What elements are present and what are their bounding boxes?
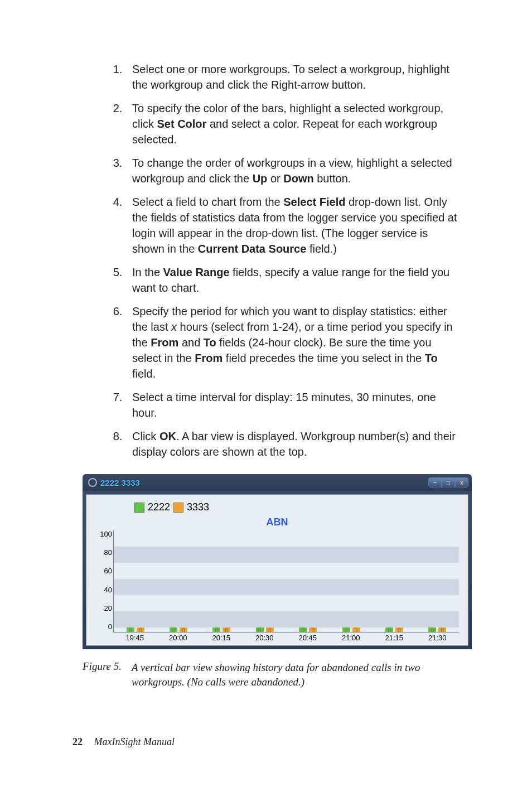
chart-title: ABN	[91, 516, 463, 528]
app-icon	[88, 478, 97, 487]
bar-a: 0	[212, 627, 220, 632]
xtick: 19:45	[113, 634, 157, 642]
bars-row: 00 00 00 00 00 00 00 00	[114, 625, 459, 632]
bar-b: 0	[438, 627, 446, 632]
legend: 2222 3333	[134, 501, 463, 513]
figure-caption: Figure 5. A vertical bar view showing hi…	[83, 660, 460, 689]
minimize-button[interactable]: –	[428, 477, 442, 487]
xtick: 21:30	[416, 634, 460, 642]
close-button[interactable]: x	[455, 477, 468, 487]
page-number: 22	[72, 736, 83, 747]
window-title: 2222 3333	[100, 478, 140, 487]
xtick: 20:30	[243, 634, 287, 642]
bar-b: 0	[352, 627, 360, 632]
figure-text: A vertical bar view showing history data…	[132, 660, 444, 689]
x-axis-ticks: 19:45 20:00 20:15 20:30 20:45 21:00 21:1…	[113, 634, 459, 642]
page-footer: 22 MaxInSight Manual	[72, 736, 175, 748]
step-item: Select one or more workgroups. To select…	[125, 61, 460, 93]
bar-a: 0	[127, 627, 134, 632]
bar-a: 0	[428, 627, 436, 632]
xtick: 21:15	[373, 634, 416, 642]
xtick: 20:00	[157, 634, 200, 642]
bar-a: 0	[385, 627, 393, 632]
step-item: In the Value Range fields, specify a val…	[125, 264, 460, 296]
bar-a: 0	[299, 627, 307, 632]
bar-a: 0	[256, 627, 264, 632]
titlebar[interactable]: 2222 3333 – □ x	[83, 474, 472, 491]
xtick: 20:15	[200, 634, 243, 642]
ytick: 20	[104, 605, 112, 612]
step-item: Click OK. A bar view is displayed. Workg…	[125, 428, 460, 460]
step-item: To change the order of workgroups in a v…	[125, 155, 460, 186]
screenshot-window: 2222 3333 – □ x 2222 3333 ABN 100	[83, 474, 472, 649]
bar-b: 0	[223, 627, 230, 632]
y-axis-ticks: 100 80 60 40 20 0	[93, 530, 112, 631]
chart-panel: 2222 3333 ABN 100 80 60 40 20 0	[86, 494, 468, 646]
plot-area: 00 00 00 00 00 00 00 00	[113, 530, 459, 633]
bar-a: 0	[170, 627, 177, 632]
document-title: MaxInSight Manual	[94, 736, 175, 747]
xtick: 20:45	[286, 634, 330, 642]
bar-a: 0	[342, 627, 350, 632]
step-item: To specify the color of the bars, highli…	[125, 100, 460, 147]
xtick: 21:00	[330, 634, 373, 642]
ytick: 80	[104, 549, 112, 557]
ytick: 0	[108, 623, 112, 631]
maximize-button[interactable]: □	[442, 477, 455, 487]
bar-b: 0	[309, 627, 317, 632]
bar-b: 0	[395, 627, 403, 632]
instruction-list: Select one or more workgroups. To select…	[72, 61, 460, 460]
legend-label-a: 2222	[148, 501, 170, 513]
ytick: 100	[100, 530, 112, 538]
step-item: Specify the period for which you want to…	[125, 303, 460, 382]
step-item: Select a field to chart from the Select …	[125, 194, 460, 257]
legend-swatch-b	[173, 503, 183, 513]
legend-label-b: 3333	[187, 501, 209, 513]
bar-b: 0	[180, 627, 187, 632]
bar-b: 0	[266, 627, 274, 632]
ytick: 40	[104, 586, 112, 594]
ytick: 60	[104, 567, 112, 575]
step-item: Select a time interval for display: 15 m…	[125, 389, 460, 421]
window-control-group: – □ x	[428, 477, 468, 487]
legend-swatch-a	[134, 503, 144, 513]
figure-label: Figure 5.	[83, 660, 122, 689]
bar-b: 0	[137, 627, 144, 632]
